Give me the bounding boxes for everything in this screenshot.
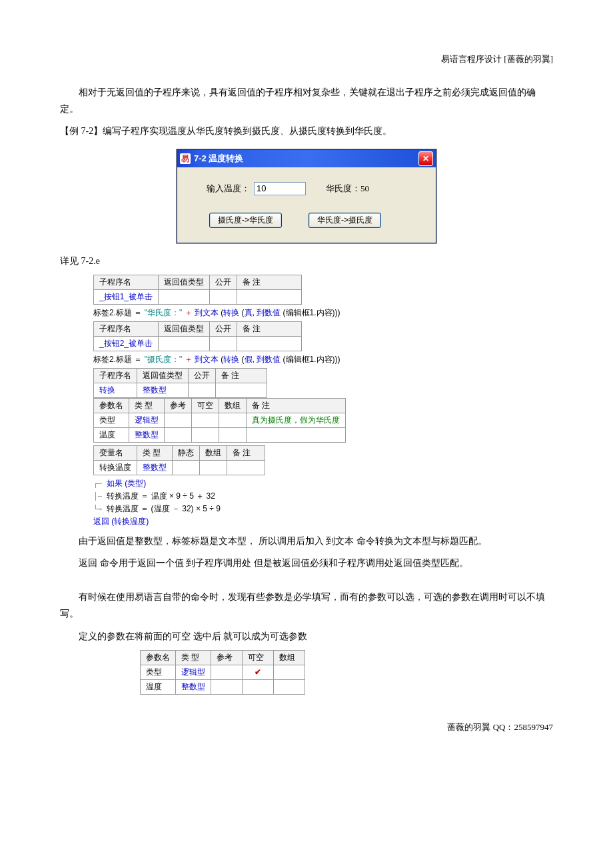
see-also: 详见 7-2.e: [60, 253, 553, 269]
col-array: 数组: [200, 445, 227, 460]
code-branch-false: └→ 转换温度 ＝ (温度 － 32) × 5 ÷ 9: [93, 503, 553, 515]
sub1-name: _按钮1_被单击: [94, 289, 159, 304]
col-remark: 备 注: [216, 368, 267, 383]
col-sub-name: 子程序名: [94, 368, 137, 383]
close-icon[interactable]: ✕: [418, 151, 433, 166]
example-window: 易 7-2 温度转换 ✕ 输入温度： 华氏度：50 摄氏度->华氏度 华氏度->…: [177, 149, 436, 243]
code-branch-true: │┄ 转换温度 ＝ 温度 × 9 ÷ 5 ＋ 32: [93, 491, 553, 502]
opt-r2-type: 整数型: [176, 679, 211, 694]
code-line-2: 标签2.标题 ＝ "摄氏度：" ＋ 到文本 (转换 (假, 到数值 (编辑框1.…: [93, 354, 553, 365]
v1-type: 整数型: [137, 460, 173, 475]
page-footer: 蔷薇的羽翼 QQ：258597947: [60, 721, 553, 733]
col-sub-name: 子程序名: [94, 275, 159, 289]
opt-r2-name: 温度: [141, 679, 176, 694]
app-icon: 易: [180, 153, 191, 164]
col-remark: 备 注: [247, 398, 346, 413]
col-remark: 备 注: [227, 445, 265, 460]
subroutine-table-1: 子程序名 返回值类型 公开 备 注 _按钮1_被单击: [93, 275, 302, 305]
col-var-name: 变量名: [94, 445, 137, 460]
sub2-name: _按钮2_被单击: [94, 336, 159, 351]
col-null: 可空: [243, 650, 274, 665]
check-icon: ✔: [248, 667, 268, 677]
code-return: 返回 (转换温度): [93, 516, 553, 527]
f-to-c-button[interactable]: 华氏度->摄氏度: [308, 213, 381, 228]
subroutine-table-2: 子程序名 返回值类型 公开 备 注 _按钮2_被单击: [93, 321, 302, 351]
sub3-ret: 整数型: [137, 383, 189, 397]
temperature-input[interactable]: [254, 182, 306, 195]
col-ret-type: 返回值类型: [137, 368, 189, 383]
paragraph-4: 有时候在使用易语言自带的命令时，发现有些参数是必学填写，而有的参数可以选，可选的…: [60, 589, 553, 622]
paragraph-2: 由于返回值是整数型，标签标题是文本型， 所以调用后加入 到文本 命令转换为文本型…: [60, 533, 553, 549]
col-array: 数组: [219, 398, 247, 413]
paragraph-3: 返回 命令用于返回一个值 到子程序调用处 但是被返回值必须和子程序调用处返回值类…: [60, 555, 553, 571]
document-page: 易语言程序设计 [蔷薇的羽翼] 相对于无返回值的子程序来说，具有返回值的子程序相…: [0, 0, 613, 760]
opt-r1-type: 逻辑型: [176, 665, 211, 679]
paragraph-5: 定义的参数在将前面的可空 选中后 就可以成为可选参数: [60, 628, 553, 645]
col-param-name: 参数名: [94, 398, 129, 413]
subroutine-table-3: 子程序名 返回值类型 公开 备 注 转换 整数型: [93, 368, 267, 398]
sub3-name: 转换: [94, 383, 137, 397]
col-null: 可空: [192, 398, 219, 413]
col-type: 类 型: [176, 650, 211, 665]
col-public: 公开: [189, 368, 216, 383]
col-remark: 备 注: [237, 321, 302, 336]
p1-name: 类型: [94, 413, 129, 427]
param-table: 参数名 类 型 参考 可空 数组 备 注 类型 逻辑型 真为摄氏度，假为华氏度 …: [93, 398, 346, 443]
p1-type: 逻辑型: [129, 413, 165, 427]
col-ref: 参考: [211, 650, 243, 665]
code-if: ┌┄ 如果 (类型): [93, 478, 553, 489]
col-array: 数组: [274, 650, 305, 665]
col-public: 公开: [210, 275, 237, 289]
col-remark: 备 注: [237, 275, 302, 289]
p2-type: 整数型: [129, 427, 165, 442]
p1-remark: 真为摄氏度，假为华氏度: [247, 413, 346, 427]
col-static: 静态: [173, 445, 200, 460]
code-line-1: 标签2.标题 ＝ "华氏度：" ＋ 到文本 (转换 (真, 到数值 (编辑框1.…: [93, 307, 553, 319]
optional-param-table: 参数名 类 型 参考 可空 数组 类型 逻辑型 ✔ 温度 整数型: [140, 650, 305, 695]
col-public: 公开: [210, 321, 237, 336]
page-header: 易语言程序设计 [蔷薇的羽翼]: [60, 53, 553, 65]
opt-r1-name: 类型: [141, 665, 176, 679]
c-to-f-button[interactable]: 摄氏度->华氏度: [209, 213, 282, 228]
code-block: 子程序名 返回值类型 公开 备 注 _按钮1_被单击 标签2.标题 ＝ "华氏度…: [93, 275, 553, 527]
intro-paragraph: 相对于无返回值的子程序来说，具有返回值的子程序相对复杂些，关键就在退出子程序之前…: [60, 84, 553, 117]
var-table: 变量名 类 型 静态 数组 备 注 转换温度 整数型: [93, 445, 265, 475]
input-label: 输入温度：: [207, 183, 250, 195]
p2-name: 温度: [94, 427, 129, 442]
titlebar: 易 7-2 温度转换 ✕: [177, 150, 436, 167]
col-param-name: 参数名: [141, 650, 176, 665]
v1-name: 转换温度: [94, 460, 137, 475]
col-sub-name: 子程序名: [94, 321, 159, 336]
col-ret-type: 返回值类型: [159, 275, 210, 289]
col-type: 类 型: [137, 445, 173, 460]
result-label: 华氏度：50: [326, 183, 369, 195]
col-type: 类 型: [129, 398, 165, 413]
example-label: 【例 7-2】编写子程序实现温度从华氏度转换到摄氏度、从摄氏度转换到华氏度。: [60, 123, 553, 139]
window-title: 7-2 温度转换: [194, 153, 418, 165]
col-ret-type: 返回值类型: [159, 321, 210, 336]
col-ref: 参考: [165, 398, 192, 413]
